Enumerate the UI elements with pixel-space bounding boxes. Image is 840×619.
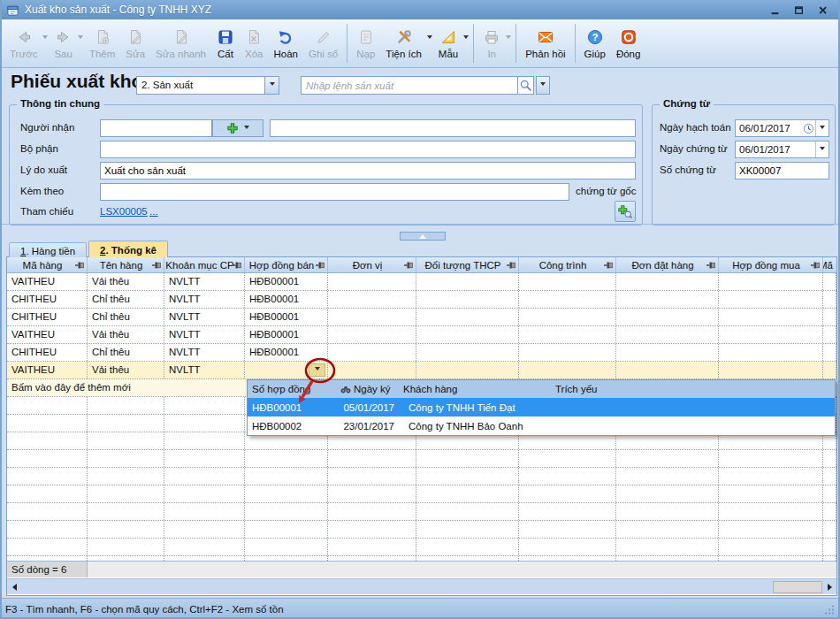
column-header-don-dat-hang[interactable]: Đơn đặt hàng (616, 257, 719, 272)
pin-icon[interactable] (232, 260, 242, 271)
utilities-dropdown-caret[interactable] (427, 35, 433, 52)
pin-icon[interactable] (151, 260, 162, 271)
utilities-button[interactable]: Tiện ích (380, 22, 426, 65)
column-header-hop-dong-mua[interactable]: Hợp đồng mua (719, 257, 823, 272)
title-bar: Xuất kho sản xuất - Công ty TNHH XYZ (0, 0, 840, 19)
dropdown-column-so-hop-dong[interactable]: Số hợp đồng (248, 384, 339, 394)
print-dropdown-caret[interactable] (506, 35, 512, 52)
template-button[interactable]: Mẫu (433, 22, 463, 65)
template-dropdown-caret[interactable] (463, 35, 470, 52)
scroll-right-arrow[interactable] (822, 579, 836, 594)
help-button[interactable]: Giúp (579, 22, 611, 65)
document-date-field[interactable]: 06/01/2017 (735, 141, 829, 158)
horizontal-scrollbar[interactable] (7, 578, 836, 594)
reference-link[interactable]: LSX00005 (100, 206, 148, 217)
edit-document-icon (126, 28, 144, 46)
document-info-group: Chứng từ Ngày hạch toán 06/01/2017 Ngày … (652, 104, 836, 225)
empty-grid-row (7, 485, 836, 503)
dropdown-column-khach-hang[interactable]: Khách hàng (399, 384, 551, 394)
forward-dropdown-caret[interactable] (78, 35, 84, 52)
app-icon (6, 4, 19, 17)
document-number-input[interactable] (735, 162, 829, 180)
dropdown-column-trich-yeu[interactable]: Trích yếu (551, 384, 835, 394)
column-header-doi-tuong-thcp[interactable]: Đối tượng THCP (416, 257, 519, 272)
close-icon[interactable] (818, 5, 828, 15)
column-header-ma-hang[interactable]: Mã hàng (7, 257, 88, 272)
attachment-input[interactable] (100, 183, 569, 201)
grid-summary-row: Số dòng = 6 (7, 561, 836, 577)
quick-edit-button[interactable]: Sửa nhanh (150, 22, 211, 65)
pin-icon[interactable] (403, 260, 414, 271)
clock-icon[interactable] (801, 120, 815, 136)
load-button[interactable]: Nạp (351, 22, 380, 65)
document-date-caret[interactable] (815, 141, 829, 157)
table-row: CHITHEUChỉ thêuNVLTTHĐB00001 (7, 309, 836, 326)
column-header-ma[interactable]: Mã (823, 257, 837, 272)
receiver-name-input[interactable] (270, 119, 636, 137)
pin-icon[interactable] (603, 260, 614, 271)
production-order-search (301, 76, 550, 95)
pin-icon[interactable] (706, 260, 716, 271)
chevron-down-icon (506, 35, 511, 42)
add-reference-button[interactable] (615, 201, 636, 222)
contract-option-selected[interactable]: HĐB00001 05/01/2017 Công ty TNHH Tiến Đạ… (248, 398, 835, 416)
search-icon (519, 79, 532, 92)
reference-more-link[interactable]: ... (149, 206, 158, 217)
forward-button[interactable]: Sau (49, 22, 77, 65)
resize-grip[interactable] (824, 604, 835, 615)
add-button[interactable]: Thêm (84, 22, 120, 65)
pin-icon[interactable] (506, 260, 516, 271)
contract-option[interactable]: HĐB00002 23/01/2017 Công ty TNHH Bảo Oan… (248, 416, 835, 435)
search-dropdown-caret[interactable] (536, 76, 550, 95)
dropdown-column-ngay-ky[interactable]: Ngày ký (339, 384, 399, 394)
back-button[interactable]: Trước (4, 22, 42, 65)
pin-icon[interactable] (74, 260, 85, 271)
contract-dropdown-header: Số hợp đồng Ngày ký Khách hàng Trích yếu (248, 380, 835, 398)
post-button[interactable]: Ghi sổ (303, 22, 343, 65)
delete-button[interactable]: Xóa (240, 22, 268, 65)
column-header-ten-hang[interactable]: Tên hàng (88, 257, 164, 272)
table-row: CHITHEUChỉ thêuNVLTTHĐB00001 (7, 344, 836, 362)
posting-date-caret[interactable] (815, 120, 829, 136)
triangle-right-icon (828, 584, 832, 591)
doc-type-combo[interactable]: 2. Sản xuất (136, 76, 279, 95)
sales-contract-edit-cell[interactable] (245, 362, 328, 378)
tab-hang-tien[interactable]: 1. Hàng tiền (9, 242, 87, 257)
empty-grid-row (7, 468, 836, 485)
pencil-icon (315, 28, 332, 46)
triangle-left-icon (12, 584, 17, 591)
column-header-don-vi[interactable]: Đơn vị (328, 257, 416, 272)
doc-type-caret[interactable] (264, 77, 279, 94)
pin-icon[interactable] (315, 260, 325, 271)
column-header-khoan-muc-cp[interactable]: Khoản mục CP (164, 257, 245, 272)
chevron-down-icon (270, 82, 275, 88)
column-header-cong-trinh[interactable]: Công trình (519, 257, 616, 272)
feedback-button[interactable]: Phản hồi (520, 22, 570, 65)
quick-edit-icon (172, 28, 190, 46)
search-input[interactable] (301, 76, 517, 95)
app-window: Xuất kho sản xuất - Công ty TNHH XYZ Trư… (0, 0, 840, 619)
plus-icon (226, 122, 239, 134)
back-dropdown-caret[interactable] (42, 35, 49, 52)
save-button[interactable]: Cất (211, 22, 240, 65)
pin-icon[interactable] (810, 260, 821, 271)
tab-thong-ke[interactable]: 2. Thống kê (88, 241, 168, 257)
add-receiver-button[interactable] (212, 119, 263, 137)
minimize-icon[interactable] (770, 5, 780, 15)
chevron-down-icon (78, 35, 83, 42)
undo-button[interactable]: Hoàn (268, 22, 303, 65)
edit-button[interactable]: Sửa (120, 22, 150, 65)
contract-dropdown-button[interactable] (309, 363, 325, 377)
receiver-code-input[interactable] (100, 119, 212, 137)
close-window-button[interactable]: Đóng (611, 22, 646, 65)
scroll-left-arrow[interactable] (7, 579, 21, 594)
export-reason-input[interactable] (100, 162, 636, 180)
splitter-collapse-handle[interactable] (400, 232, 446, 241)
search-button[interactable] (517, 76, 534, 95)
department-input[interactable] (100, 141, 636, 158)
print-button[interactable]: In (477, 22, 506, 65)
posting-date-field[interactable]: 06/01/2017 (735, 119, 829, 137)
column-header-hop-dong-ban[interactable]: Hợp đồng bán (245, 257, 328, 272)
maximize-icon[interactable] (794, 5, 804, 15)
scrollbar-thumb[interactable] (773, 581, 822, 593)
